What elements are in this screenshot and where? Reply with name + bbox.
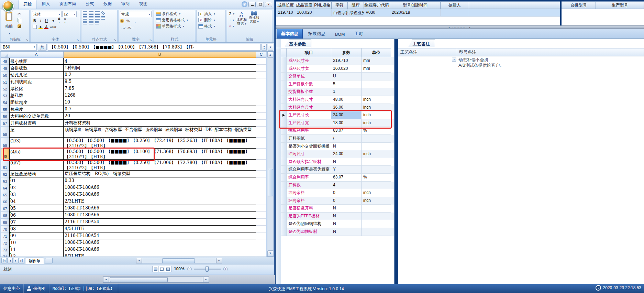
param-row-selector[interactable]: [281, 96, 287, 104]
param-value[interactable]: N: [331, 143, 362, 151]
row-header[interactable]: 59: [1, 138, 9, 149]
page-layout-view-icon[interactable]: [159, 266, 165, 272]
cell-b[interactable]: 9.5: [64, 78, 256, 85]
cell-c[interactable]: [256, 138, 266, 149]
cell-a[interactable]: 04: [9, 198, 64, 205]
cell-c[interactable]: [256, 78, 266, 85]
bold-button[interactable]: B: [32, 18, 37, 23]
row-header[interactable]: 52: [1, 85, 9, 92]
model-notes-content[interactable]: 动态补偿不合拼A/B测试条提供给客户。: [457, 56, 644, 284]
scroll-down-icon[interactable]: ▼: [267, 250, 273, 256]
cell-c[interactable]: [256, 171, 266, 177]
hscroll-track[interactable]: [109, 276, 203, 283]
align-top-icon[interactable]: [83, 11, 87, 15]
param-row-selector[interactable]: [281, 127, 287, 135]
orientation-icon[interactable]: [101, 11, 106, 16]
first-sheet-icon[interactable]: |◂: [1, 258, 7, 263]
cut-button[interactable]: ✂: [17, 11, 22, 17]
cell-b[interactable]: 1种相同: [64, 65, 256, 72]
param-row-selector[interactable]: [281, 65, 287, 73]
hscroll-track[interactable]: [142, 258, 216, 263]
cell-a[interactable]: (2/3): [9, 138, 64, 149]
row-header[interactable]: 51: [1, 78, 9, 85]
cell-b[interactable]: 7.85: [64, 85, 256, 92]
cell-b[interactable]: 2/3LHTE: [64, 198, 256, 205]
font-size-select[interactable]: 12▾: [62, 11, 77, 17]
font-color-button[interactable]: A: [44, 24, 49, 30]
cell-a[interactable]: 开料板材资料: [9, 120, 64, 127]
tab-process-notes[interactable]: 工艺备注: [408, 40, 435, 48]
cell-a[interactable]: 最小线距: [9, 58, 64, 65]
cell-c[interactable]: [256, 149, 266, 160]
zoom-level[interactable]: 100%: [174, 267, 185, 271]
cell-c[interactable]: [256, 177, 266, 184]
ems-tab[interactable]: 基本信息: [277, 29, 303, 39]
dialog-launcher-icon[interactable]: ↘: [76, 39, 79, 42]
row-header[interactable]: 68: [1, 212, 9, 219]
row-header[interactable]: 48: [1, 58, 9, 65]
row-header[interactable]: 64: [1, 184, 9, 191]
param-row-selector[interactable]: [281, 150, 287, 158]
next-sheet-icon[interactable]: ▸: [13, 258, 19, 263]
ems-tab[interactable]: 拓展信息: [304, 29, 330, 39]
horizontal-splitter[interactable]: ▲ ·········· ▲: [276, 25, 644, 29]
comma-style-icon[interactable]: ,: [132, 18, 138, 24]
param-row-selector[interactable]: [281, 80, 287, 88]
column-header[interactable]: C: [256, 52, 266, 58]
param-row-selector[interactable]: [281, 220, 287, 228]
clear-button[interactable]: ◊▾: [229, 23, 235, 29]
phonetic-button[interactable]: wén▾: [49, 24, 57, 30]
row-header[interactable]: 66: [1, 198, 9, 205]
formula-input[interactable]: 【0.500】【0.500】【■■■■】【0.100】【71.368】【70.8…: [48, 44, 260, 51]
insert-worksheet-icon[interactable]: [45, 258, 53, 263]
scroll-left-icon[interactable]: ◂: [103, 276, 109, 283]
cell-a[interactable]: 层压叠层结构: [9, 171, 64, 177]
row-header[interactable]: 67: [1, 205, 9, 212]
cell-c[interactable]: [256, 85, 266, 92]
row-header[interactable]: 69: [1, 219, 9, 226]
ribbon-tab[interactable]: 页面布局: [55, 0, 80, 9]
param-row-selector[interactable]: [281, 143, 287, 151]
prev-sheet-icon[interactable]: ◂: [7, 258, 13, 263]
row-header[interactable]: 58: [1, 127, 9, 138]
cell-a[interactable]: 11: [9, 246, 64, 253]
param-row-selector[interactable]: [281, 174, 287, 182]
cell-b[interactable]: 4: [64, 58, 256, 65]
increase-decimal-icon[interactable]: ←.0: [120, 25, 126, 30]
row-header[interactable]: 61: [1, 160, 9, 171]
zoom-out-icon[interactable]: −: [187, 267, 192, 271]
scroll-left-icon[interactable]: ◂: [136, 258, 142, 263]
cell-a[interactable]: 12: [9, 253, 64, 257]
info-center-button[interactable]: 信息中心: [0, 284, 24, 293]
sort-filter-button[interactable]: AZ▼ 排序和筛选▾: [236, 11, 247, 36]
row-header[interactable]: 72: [1, 239, 9, 246]
param-row-selector[interactable]: [281, 111, 287, 119]
cell-a[interactable]: 翘曲度: [9, 106, 64, 113]
param-row-selector[interactable]: [281, 205, 287, 213]
column-header[interactable]: B: [64, 52, 256, 58]
cell-a[interactable]: 总孔数: [9, 92, 64, 99]
cell-styles-button[interactable]: 单元格样式▾: [155, 23, 194, 29]
param-value[interactable]: /: [331, 135, 362, 143]
percent-style-icon[interactable]: %: [125, 18, 131, 24]
cell-a[interactable]: 阻抗精度: [9, 99, 64, 106]
param-value[interactable]: 4: [331, 182, 362, 189]
cell-a[interactable]: (6/7): [9, 160, 64, 171]
decrease-indent-icon[interactable]: [83, 21, 87, 25]
param-row-selector[interactable]: [281, 228, 287, 236]
ribbon-tab[interactable]: 审阅: [117, 0, 134, 9]
param-value[interactable]: 24.00: [331, 111, 362, 119]
borders-button[interactable]: [32, 24, 37, 30]
param-value[interactable]: 63.07: [331, 174, 362, 182]
row-header[interactable]: 70: [1, 226, 9, 232]
cell-a[interactable]: 08: [9, 226, 64, 232]
cell-c[interactable]: [256, 127, 266, 138]
param-row-selector[interactable]: [281, 73, 287, 80]
param-value[interactable]: 1: [331, 88, 362, 96]
dialog-launcher-icon[interactable]: ↘: [26, 39, 29, 42]
ems-tab[interactable]: 工时: [350, 29, 367, 39]
tab-basic-params[interactable]: 基本参数: [284, 40, 311, 48]
param-row-selector[interactable]: [281, 88, 287, 96]
cell-b[interactable]: 1080-IT-180A66: [64, 246, 256, 253]
conditional-format-button[interactable]: 条件格式▾: [155, 11, 194, 17]
